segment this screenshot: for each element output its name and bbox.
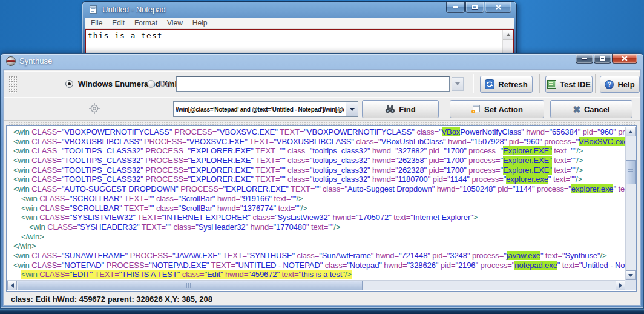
- help-button[interactable]: ? Help: [600, 76, 640, 93]
- cancel-button[interactable]: ✖ Cancel: [550, 100, 632, 118]
- close-icon: [622, 56, 628, 61]
- test-ide-icon: [547, 80, 556, 89]
- xml-line[interactable]: <win CLASS="VBOXPOWERNOTIFYCLASS" PROCES…: [7, 127, 625, 137]
- left-arrow-icon: [11, 283, 14, 288]
- xml-line[interactable]: <win CLASS="SYSHEADER32" TEXT="" class="…: [7, 222, 625, 232]
- url-radio[interactable]: [147, 80, 155, 88]
- xpath-combobox: [173, 101, 358, 117]
- scroll-left-button[interactable]: [7, 281, 17, 290]
- scroll-up-button[interactable]: [503, 30, 513, 40]
- windows-enumerated-xml-radio[interactable]: [65, 80, 73, 88]
- horizontal-scrollbar-thumb[interactable]: [18, 281, 363, 290]
- scrollbar-corner: [625, 280, 636, 290]
- menu-item[interactable]: Help: [188, 18, 212, 29]
- minimize-icon: [453, 6, 458, 8]
- xml-line[interactable]: <win CLASS="SUNAWTFRAME" PROCESS="JAVAW.…: [7, 251, 625, 261]
- url-dropdown-button[interactable]: [452, 77, 464, 91]
- scroll-right-button[interactable]: [616, 281, 625, 290]
- notepad-minimize-button[interactable]: [446, 2, 465, 13]
- xml-line[interactable]: <win CLASS="TOOLTIPS_CLASS32" PROCESS="E…: [7, 175, 625, 184]
- xml-line[interactable]: <win CLASS="TOOLTIPS_CLASS32" PROCESS="E…: [7, 165, 625, 175]
- notepad-icon: [88, 5, 98, 17]
- url-radio-label[interactable]: Url:: [160, 79, 173, 89]
- synthuse-app-icon: [6, 56, 16, 66]
- toolbar-separator: [473, 74, 474, 93]
- chevron-down-icon: [455, 82, 460, 85]
- refresh-button-label: Refresh: [498, 80, 527, 89]
- set-action-button[interactable]: Set Action: [450, 100, 544, 118]
- synthuse-minimize-button[interactable]: [576, 54, 593, 64]
- xml-line[interactable]: <win CLASS="SCROLLBAR" TEXT="" class="Sc…: [7, 204, 625, 213]
- help-icon: ?: [605, 80, 614, 89]
- maximize-icon: [600, 56, 605, 61]
- toolbar-grip-handle[interactable]: [8, 76, 17, 93]
- toolbar-separator: [539, 74, 540, 93]
- vertical-scrollbar[interactable]: [625, 127, 636, 280]
- find-button[interactable]: Find: [362, 100, 439, 118]
- notepad-window: Untitled - Notepad FileEditFormatViewHel…: [82, 1, 517, 62]
- xml-line[interactable]: </win>: [7, 232, 625, 242]
- vertical-scrollbar-thumb[interactable]: [626, 160, 636, 184]
- scroll-down-button[interactable]: [626, 270, 636, 280]
- toolbar-separator: [595, 74, 596, 93]
- menu-item[interactable]: Edit: [107, 18, 130, 29]
- down-arrow-icon: [628, 274, 633, 277]
- synthuse-titlebar[interactable]: Synthuse: [1, 54, 643, 69]
- xml-line[interactable]: <win CLASS="TOOLTIPS_CLASS32" PROCESS="E…: [7, 156, 625, 165]
- synthuse-maximize-button[interactable]: [594, 54, 611, 64]
- xml-line[interactable]: <win CLASS="SYSLISTVIEW32" TEXT="INTERNE…: [7, 213, 625, 222]
- main-toolbar: Windows Enumerated Xml Url: Refr: [4, 71, 640, 96]
- xml-line[interactable]: <win CLASS="EDIT" TEXT="THIS IS A TEST" …: [7, 270, 625, 279]
- status-bar: class: Edit hWnd: 459672 parent: 328626 …: [11, 295, 212, 304]
- test-ide-button[interactable]: Test IDE: [545, 76, 593, 93]
- refresh-icon: [485, 79, 494, 89]
- synthuse-window-title: Synthuse: [19, 54, 52, 68]
- notepad-close-button[interactable]: [485, 2, 511, 13]
- cancel-button-label: Cancel: [584, 105, 610, 114]
- close-icon: [496, 5, 501, 10]
- synthuse-window-controls: [575, 54, 637, 64]
- xml-scroll-pane: <win CLASS="VBOXPOWERNOTIFYCLASS" PROCES…: [6, 125, 637, 292]
- xml-lines[interactable]: <win CLASS="VBOXPOWERNOTIFYCLASS" PROCES…: [7, 127, 625, 279]
- binoculars-icon: [385, 105, 395, 113]
- horizontal-scrollbar[interactable]: [7, 280, 625, 290]
- menu-item[interactable]: File: [86, 18, 107, 29]
- menu-item[interactable]: Format: [130, 18, 162, 29]
- chevron-down-icon: [350, 108, 355, 111]
- xml-line[interactable]: <win CLASS="AUTO-SUGGEST DROPDOWN" PROCE…: [7, 184, 625, 194]
- test-ide-button-label: Test IDE: [560, 80, 591, 89]
- xml-line[interactable]: <win CLASS="NOTEPAD" PROCESS="NOTEPAD.EX…: [7, 261, 625, 270]
- taskbar[interactable]: [0, 309, 644, 314]
- find-button-label: Find: [399, 105, 415, 114]
- up-arrow-icon: [628, 130, 633, 133]
- toolbar-dock-texture: [8, 121, 636, 125]
- set-action-icon: [471, 104, 481, 114]
- notepad-window-title: Untitled - Notepad: [102, 2, 166, 18]
- synthuse-close-button[interactable]: [612, 54, 637, 64]
- notepad-window-controls: [445, 2, 511, 13]
- set-action-button-label: Set Action: [484, 105, 523, 114]
- synthuse-window: Synthuse Windows Enumerated Xml Url:: [0, 53, 644, 309]
- right-arrow-icon: [619, 283, 622, 288]
- xml-line[interactable]: </win>: [7, 241, 625, 251]
- xpath-dropdown-button[interactable]: [346, 102, 358, 116]
- minimize-icon: [582, 58, 587, 59]
- url-input[interactable]: [176, 76, 450, 92]
- xml-line[interactable]: <win CLASS="TOOLTIPS_CLASS32" PROCESS="E…: [7, 146, 625, 156]
- notepad-maximize-button[interactable]: [465, 2, 484, 13]
- refresh-button[interactable]: Refresh: [480, 76, 533, 93]
- desktop: Untitled - Notepad FileEditFormatViewHel…: [0, 0, 644, 314]
- xml-line[interactable]: <win CLASS="SCROLLBAR" TEXT="" class="Sc…: [7, 194, 625, 204]
- scroll-up-button[interactable]: [626, 127, 636, 136]
- help-button-label: Help: [617, 80, 634, 89]
- menu-item[interactable]: View: [162, 18, 188, 29]
- notepad-titlebar[interactable]: Untitled - Notepad: [82, 2, 516, 18]
- element-picker-crosshair-icon[interactable]: [89, 103, 100, 116]
- xpath-toolbar: Find Set Action ✖ Cancel: [4, 97, 640, 121]
- notepad-text: this is a test: [88, 31, 163, 40]
- up-arrow-icon: [506, 33, 511, 36]
- xml-line[interactable]: <win CLASS="VBOXUSBLIBCLASS" PROCESS="VB…: [7, 137, 625, 147]
- notepad-menubar: FileEditFormatViewHelp: [85, 18, 514, 29]
- cancel-x-icon: ✖: [573, 105, 580, 114]
- xpath-input[interactable]: [176, 102, 344, 116]
